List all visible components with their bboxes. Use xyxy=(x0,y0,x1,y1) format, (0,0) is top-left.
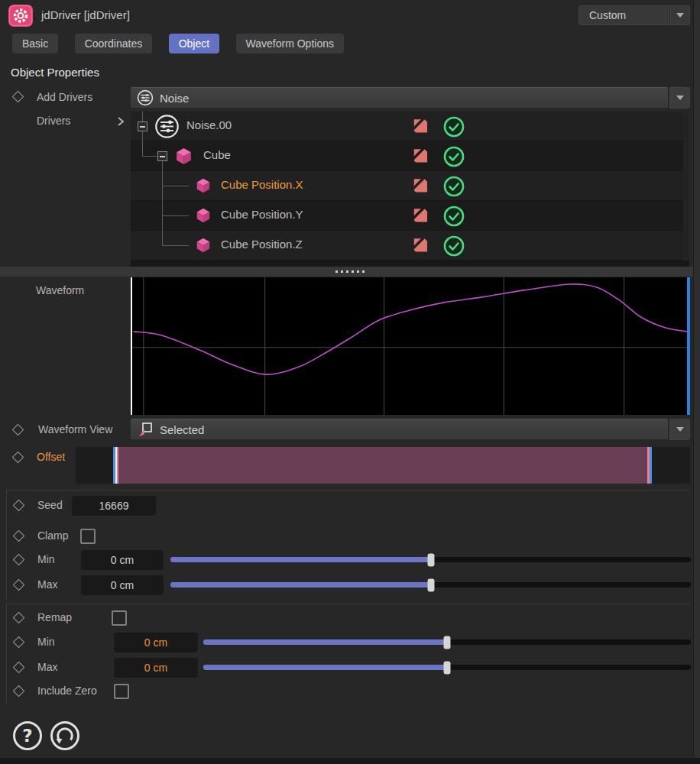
clamp-min-input[interactable]: 0 cm xyxy=(81,550,164,570)
waveform-view-value: Selected xyxy=(160,423,204,436)
waveform-playhead[interactable] xyxy=(131,277,132,415)
tree-row-cube[interactable]: Cube xyxy=(131,141,683,171)
seed-input[interactable]: 16669 xyxy=(72,496,156,516)
collapse-toggle[interactable] xyxy=(157,151,167,161)
tree-item-label: Cube Position.Y xyxy=(221,208,303,221)
enabled-check-icon[interactable] xyxy=(442,205,465,228)
keyframe-diamond-icon[interactable] xyxy=(12,91,24,103)
tree-row-cube-position-x[interactable]: Cube Position.X xyxy=(131,171,683,201)
tree-item-label: Cube Position.X xyxy=(221,178,303,191)
tab-coordinates[interactable]: Coordinates xyxy=(75,34,153,53)
seed-label: Seed xyxy=(37,499,63,511)
noise-sliders-icon xyxy=(137,89,154,106)
enabled-check-icon[interactable] xyxy=(442,175,465,198)
reset-icon[interactable] xyxy=(49,720,81,752)
keyframe-diamond-icon[interactable] xyxy=(12,424,24,436)
slider-fill xyxy=(170,557,431,562)
offset-right-marker-blue[interactable] xyxy=(650,447,652,484)
waveform-right-edge-marker xyxy=(687,277,690,415)
keyframe-diamond-icon[interactable] xyxy=(13,636,25,649)
selection-cursor-icon xyxy=(137,421,154,438)
waveform-view[interactable] xyxy=(131,277,690,415)
window-scrollbar-gutter[interactable] xyxy=(693,0,700,764)
keyframe-diamond-icon[interactable] xyxy=(13,500,25,512)
tree-horizontal-scrollbar[interactable] xyxy=(131,261,689,267)
waveform-label: Waveform xyxy=(36,284,84,296)
waveform-view-dropdown[interactable]: Selected xyxy=(131,419,668,440)
offset-range-fill[interactable] xyxy=(118,447,647,484)
chevron-down-icon xyxy=(676,13,684,18)
slider-handle[interactable] xyxy=(427,553,434,566)
viewport-disabled-icon[interactable] xyxy=(412,118,430,135)
viewport-disabled-icon[interactable] xyxy=(412,177,430,195)
clamp-max-slider[interactable] xyxy=(170,582,691,588)
clamp-checkbox[interactable] xyxy=(80,529,96,544)
tree-item-label: Noise.00 xyxy=(186,118,232,131)
splitter-grip-icon xyxy=(335,270,365,273)
cube-icon xyxy=(195,177,212,194)
noise-sliders-icon xyxy=(154,114,180,139)
remap-min-slider[interactable] xyxy=(203,639,691,645)
tab-basic[interactable]: Basic xyxy=(12,34,58,53)
viewport-disabled-icon[interactable] xyxy=(412,147,430,165)
enabled-check-icon[interactable] xyxy=(442,145,465,168)
keyframe-diamond-icon[interactable] xyxy=(13,530,25,542)
remap-checkbox[interactable] xyxy=(112,610,127,626)
preset-combo[interactable]: Custom xyxy=(578,5,669,25)
enabled-check-icon[interactable] xyxy=(442,235,465,257)
keyframe-diamond-icon[interactable] xyxy=(13,554,25,566)
cube-icon xyxy=(195,207,212,224)
remap-group: Remap Min 0 cm Max 0 cm Include Zero xyxy=(6,604,690,704)
add-drivers-dropdown-arrow[interactable] xyxy=(669,87,690,108)
keyframe-diamond-icon[interactable] xyxy=(13,685,25,698)
chevron-down-icon xyxy=(676,96,684,100)
remap-min-input[interactable]: 0 cm xyxy=(114,633,198,652)
tree-vertical-scrollbar[interactable] xyxy=(683,112,689,261)
tree-item-label: Cube xyxy=(203,148,231,161)
gear-icon xyxy=(8,4,34,28)
enabled-check-icon[interactable] xyxy=(442,115,465,138)
slider-fill xyxy=(170,582,431,588)
cube-icon xyxy=(174,147,193,166)
slider-handle[interactable] xyxy=(444,636,451,649)
drivers-tree: Noise.00 Cube xyxy=(131,112,689,261)
tree-row-cube-position-y[interactable]: Cube Position.Y xyxy=(131,201,683,231)
window-bottom-edge xyxy=(0,758,700,764)
collapse-toggle[interactable] xyxy=(138,121,147,131)
offset-range-bar[interactable] xyxy=(76,447,690,484)
keyframe-diamond-icon[interactable] xyxy=(13,612,25,624)
chevron-right-icon[interactable] xyxy=(116,115,125,128)
tree-row-noise[interactable]: Noise.00 xyxy=(131,112,683,141)
add-drivers-dropdown[interactable]: Noise xyxy=(131,87,668,108)
tab-waveform-options[interactable]: Waveform Options xyxy=(236,34,344,53)
tree-item-label: Cube Position.Z xyxy=(221,238,303,251)
add-drivers-label: Add Drivers xyxy=(37,91,92,103)
help-icon[interactable]: ? xyxy=(11,720,44,752)
preset-combo-arrow[interactable] xyxy=(670,5,690,25)
drivers-label: Drivers xyxy=(37,115,70,127)
panel-splitter[interactable] xyxy=(0,267,700,277)
waveform-view-label: Waveform View xyxy=(38,423,112,435)
tab-bar: Basic Coordinates Object Waveform Option… xyxy=(12,34,357,53)
tree-row-cube-position-z[interactable]: Cube Position.Z xyxy=(131,231,683,261)
keyframe-diamond-icon[interactable] xyxy=(12,452,24,464)
clamp-max-input[interactable]: 0 cm xyxy=(81,575,164,595)
tab-object[interactable]: Object xyxy=(169,34,219,53)
keyframe-diamond-icon[interactable] xyxy=(13,662,25,674)
preset-combo-value: Custom xyxy=(589,9,626,21)
add-drivers-value: Noise xyxy=(160,92,189,105)
keyframe-diamond-icon[interactable] xyxy=(13,579,25,591)
remap-max-slider[interactable] xyxy=(203,665,691,670)
remap-max-input[interactable]: 0 cm xyxy=(114,658,198,678)
slider-fill xyxy=(203,639,447,645)
clamp-group: Seed 16669 Clamp Min 0 cm Max 0 cm xyxy=(6,490,690,600)
slider-handle[interactable] xyxy=(444,661,451,674)
waveform-view-dropdown-arrow[interactable] xyxy=(669,419,690,440)
clamp-max-label: Max xyxy=(37,578,57,591)
slider-handle[interactable] xyxy=(427,578,434,591)
viewport-disabled-icon[interactable] xyxy=(412,237,430,254)
clamp-label: Clamp xyxy=(37,529,68,542)
viewport-disabled-icon[interactable] xyxy=(412,207,430,225)
include-zero-checkbox[interactable] xyxy=(114,684,129,699)
clamp-min-slider[interactable] xyxy=(170,557,691,562)
